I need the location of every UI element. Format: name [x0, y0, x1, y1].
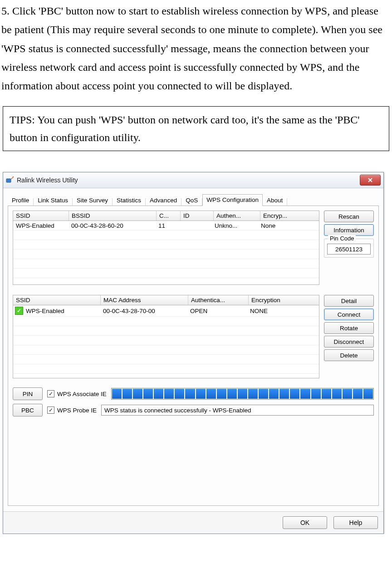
col-bssid[interactable]: BSSID — [69, 211, 157, 220]
tab-statistics[interactable]: Statistics — [113, 195, 145, 206]
tab-wps-configuration[interactable]: WPS Configuration — [202, 194, 263, 206]
tab-site-survey[interactable]: Site Survey — [73, 195, 112, 206]
help-button[interactable]: Help — [333, 516, 378, 529]
tab-advanced[interactable]: Advanced — [146, 195, 181, 206]
close-button[interactable] — [360, 175, 381, 186]
cell-auth: Unkno... — [212, 222, 258, 229]
pbc-button[interactable]: PBC — [13, 404, 43, 416]
profile-list-grid[interactable]: SSID MAC Address Authentica... Encryptio… — [13, 295, 319, 378]
window-title: Ralink Wireless Utility — [17, 176, 78, 184]
ap-row[interactable]: WPS-Enabled 00-0C-43-28-60-20 11 Unkno..… — [13, 221, 319, 230]
pin-button[interactable]: PIN — [13, 387, 43, 400]
cell2-mac: 00-0C-43-28-70-00 — [100, 308, 187, 314]
disconnect-button[interactable]: Disconnect — [324, 336, 374, 348]
connected-check-icon: ✓ — [15, 307, 23, 315]
col-enc[interactable]: Encryp... — [260, 211, 319, 220]
wps-associate-ie-checkbox[interactable]: WPS Associate IE — [47, 390, 107, 397]
tab-profile[interactable]: Profile — [8, 195, 33, 206]
detail-button[interactable]: Detail — [324, 295, 374, 307]
app-window: Ralink Wireless Utility Profile Link Sta… — [3, 172, 384, 534]
cell-bssid: 00-0C-43-28-60-20 — [69, 222, 156, 229]
tab-about[interactable]: About — [263, 195, 287, 206]
profile-row[interactable]: ✓ WPS-Enabled 00-0C-43-28-70-00 OPEN NON… — [13, 305, 319, 317]
col-ch[interactable]: C... — [157, 211, 181, 220]
tab-qos[interactable]: QoS — [181, 195, 202, 206]
rescan-button[interactable]: Rescan — [324, 211, 374, 222]
ok-button[interactable]: OK — [283, 516, 327, 529]
connect-button[interactable]: Connect — [324, 309, 374, 320]
col-ssid[interactable]: SSID — [13, 211, 69, 220]
rotate-button[interactable]: Rotate — [324, 322, 374, 334]
cell2-ssid: WPS-Enabled — [23, 308, 100, 314]
tab-strip: Profile Link Status Site Survey Statisti… — [8, 193, 379, 206]
pin-code-field[interactable]: 26501123 — [327, 244, 371, 255]
col2-mac[interactable]: MAC Address — [101, 295, 188, 305]
col2-enc[interactable]: Encryption — [249, 295, 319, 305]
col2-ssid[interactable]: SSID — [13, 295, 101, 305]
col-auth[interactable]: Authen... — [214, 211, 260, 220]
information-button[interactable]: Information — [324, 224, 374, 236]
wps-probe-ie-checkbox[interactable]: WPS Probe IE — [47, 406, 97, 414]
wps-associate-ie-label: WPS Associate IE — [57, 391, 107, 397]
wps-probe-ie-label: WPS Probe IE — [57, 407, 97, 414]
pin-code-label: Pin Code — [328, 235, 356, 242]
col-id[interactable]: ID — [181, 211, 214, 220]
cell2-enc: NONE — [247, 308, 319, 314]
cell-ch: 11 — [156, 222, 179, 229]
svg-point-1 — [13, 176, 14, 177]
tab-link-status[interactable]: Link Status — [34, 195, 72, 206]
pin-code-group: Pin Code 26501123 — [324, 239, 374, 258]
cell-ssid: WPS-Enabled — [13, 222, 69, 229]
wps-status-field: WPS status is connected successfully - W… — [101, 405, 374, 416]
app-icon — [6, 176, 14, 184]
dialog-footer: OK Help — [3, 511, 383, 534]
svg-rect-0 — [6, 179, 11, 182]
titlebar: Ralink Wireless Utility — [3, 172, 383, 188]
cell-enc: None — [258, 222, 319, 229]
tab-panel: SSID BSSID C... ID Authen... Encryp... W… — [8, 206, 379, 506]
wps-progress-bar — [111, 388, 374, 400]
instruction-paragraph: 5. Click 'PBC' button now to start to es… — [0, 0, 392, 95]
checkbox-icon — [47, 406, 54, 414]
tips-box: TIPS: You can push 'WPS' button on netwo… — [3, 106, 389, 151]
ap-list-grid[interactable]: SSID BSSID C... ID Authen... Encryp... W… — [13, 211, 319, 285]
close-icon — [368, 177, 373, 183]
checkbox-icon — [47, 390, 54, 397]
delete-button[interactable]: Delete — [324, 349, 374, 361]
cell2-auth: OPEN — [187, 308, 247, 314]
col2-auth[interactable]: Authentica... — [188, 295, 249, 305]
